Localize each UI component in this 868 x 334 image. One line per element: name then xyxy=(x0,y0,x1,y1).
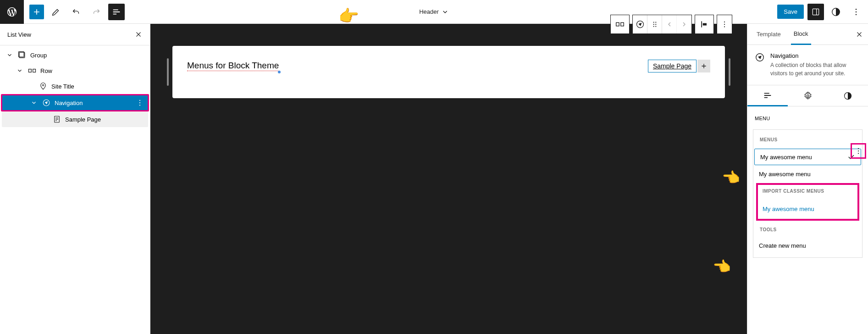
map-pin-icon xyxy=(39,82,48,90)
svg-point-27 xyxy=(655,26,656,27)
dropdown-menu-item-selected[interactable]: My awesome menu xyxy=(754,149,861,165)
row-block-button[interactable] xyxy=(611,15,629,33)
document-title-text: Header xyxy=(419,8,439,15)
svg-rect-0 xyxy=(813,9,818,15)
import-classic-menu-link[interactable]: My awesome menu xyxy=(763,203,853,215)
tab-block[interactable]: Block xyxy=(791,24,811,45)
dropdown-item-label: My awesome menu xyxy=(760,154,812,161)
tree-label: Navigation xyxy=(55,100,83,106)
tree-item-options[interactable] xyxy=(136,99,144,107)
move-left-button[interactable] xyxy=(662,15,677,33)
block-description: A collection of blocks that allow visito… xyxy=(770,61,861,78)
resize-handle-right[interactable] xyxy=(729,58,730,86)
tree-item-sample-page[interactable]: Sample Page xyxy=(2,111,148,127)
topbar: Header Save xyxy=(0,0,868,24)
svg-point-34 xyxy=(807,95,809,97)
editor-canvas: Menus for Block Theme Sample Page xyxy=(150,24,747,334)
tree-label: Group xyxy=(30,52,47,59)
nav-link-sample-page[interactable]: Sample Page xyxy=(648,60,697,72)
save-button[interactable]: Save xyxy=(777,5,804,19)
move-right-button[interactable] xyxy=(677,15,691,33)
chevron-down-icon xyxy=(6,52,14,58)
tree-item-row[interactable]: Row xyxy=(0,63,150,78)
page-icon xyxy=(52,115,61,123)
more-options-button[interactable] xyxy=(848,4,864,20)
block-more-button[interactable] xyxy=(717,15,732,33)
menu-options-button[interactable] xyxy=(853,145,864,156)
topbar-right: Save xyxy=(777,4,868,20)
tree-item-site-title[interactable]: Site Title xyxy=(0,78,150,94)
redo-button[interactable] xyxy=(88,4,105,20)
settings-panel-toggle[interactable] xyxy=(807,4,824,20)
tree-item-navigation[interactable]: Navigation xyxy=(1,94,149,111)
toolbar-group-more xyxy=(717,15,732,34)
drag-handle[interactable] xyxy=(647,15,662,33)
styles-button[interactable] xyxy=(828,4,844,20)
svg-point-5 xyxy=(856,14,857,15)
svg-rect-8 xyxy=(29,69,32,72)
svg-point-3 xyxy=(856,8,857,10)
svg-point-24 xyxy=(653,24,654,25)
svg-rect-28 xyxy=(701,21,702,27)
compass-icon xyxy=(755,52,765,78)
add-block-button[interactable] xyxy=(29,5,44,19)
dropdown-menus-heading: MENUS xyxy=(760,137,856,142)
settings-sidebar: Template Block Navigation A collection o… xyxy=(747,24,868,334)
menu-options-highlight xyxy=(851,143,866,159)
pointer-emoji-menu: 👉 xyxy=(722,169,741,186)
svg-point-12 xyxy=(139,100,140,101)
menu-section: Menu xyxy=(747,106,868,129)
svg-point-22 xyxy=(653,22,654,22)
svg-point-31 xyxy=(724,24,725,25)
tab-template[interactable]: Template xyxy=(754,24,784,44)
block-name: Navigation xyxy=(770,52,861,59)
svg-point-37 xyxy=(858,150,859,151)
svg-point-10 xyxy=(43,84,44,86)
sidebar-tabs: Template Block xyxy=(747,24,868,45)
edit-tool-button[interactable] xyxy=(48,4,64,20)
resize-handle-left[interactable] xyxy=(167,58,169,86)
wordpress-logo[interactable] xyxy=(0,0,24,24)
list-view-panel: List View Group Row Site Title xyxy=(0,24,150,334)
close-list-view-button[interactable] xyxy=(134,30,143,39)
align-button[interactable] xyxy=(695,15,713,33)
undo-button[interactable] xyxy=(68,4,84,20)
svg-point-36 xyxy=(858,148,859,149)
dropdown-import-heading: IMPORT CLASSIC MENUS xyxy=(763,189,853,194)
row-icon xyxy=(28,66,37,75)
sub-tab-list[interactable] xyxy=(747,85,788,106)
site-title-block[interactable]: Menus for Block Theme xyxy=(187,61,279,71)
compass-button[interactable] xyxy=(633,15,647,33)
pointer-emoji-header: 👉 xyxy=(338,6,359,26)
main-layout: List View Group Row Site Title xyxy=(0,24,868,334)
block-tree: Group Row Site Title Navigation Sample P… xyxy=(0,45,150,127)
svg-point-14 xyxy=(139,105,140,106)
tree-label: Row xyxy=(40,67,52,74)
block-sub-tabs xyxy=(747,85,868,106)
sub-tab-styles[interactable] xyxy=(828,85,868,106)
chevron-down-icon xyxy=(30,100,38,106)
list-view-toggle[interactable] xyxy=(108,4,125,20)
close-sidebar-button[interactable] xyxy=(855,30,863,39)
dropdown-menu-item[interactable]: My awesome menu xyxy=(753,167,862,181)
toolbar-group-block xyxy=(610,15,630,34)
topbar-left-tools xyxy=(24,4,125,20)
group-icon xyxy=(17,50,27,60)
add-nav-item-button[interactable] xyxy=(697,60,710,72)
create-new-menu-button[interactable]: Create new menu xyxy=(753,239,862,253)
tree-item-group[interactable]: Group xyxy=(0,47,150,63)
svg-point-4 xyxy=(856,11,857,12)
compass-icon xyxy=(42,99,51,107)
tree-label: Site Title xyxy=(51,83,74,90)
import-classic-highlight: IMPORT CLASSIC MENUS My awesome menu xyxy=(756,183,859,221)
document-title[interactable]: Header xyxy=(419,8,449,16)
list-view-header: List View xyxy=(0,24,150,45)
block-info: Navigation A collection of blocks that a… xyxy=(747,45,868,85)
navigation-block: Sample Page xyxy=(648,60,710,72)
svg-point-30 xyxy=(724,22,725,22)
tree-label: Sample Page xyxy=(65,116,101,123)
svg-point-23 xyxy=(655,22,656,22)
sub-tab-settings[interactable] xyxy=(788,85,828,106)
page-block: Menus for Block Theme Sample Page xyxy=(172,46,725,98)
svg-point-25 xyxy=(655,24,656,25)
